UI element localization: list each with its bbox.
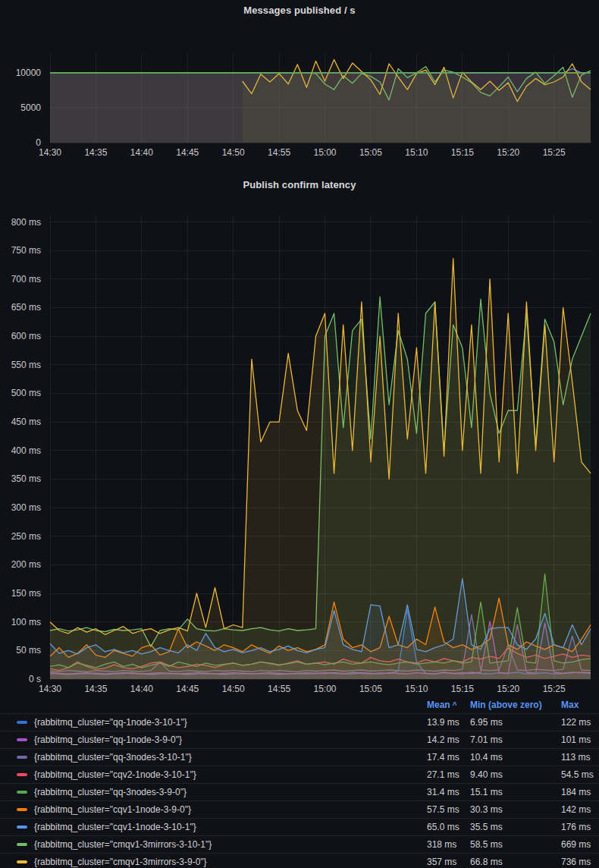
series-label[interactable]: {rabbitmq_cluster="cqv2-1node-3-10-1"} <box>34 769 196 780</box>
svg-text:14:55: 14:55 <box>268 684 290 694</box>
svg-text:14:45: 14:45 <box>176 684 199 694</box>
series-color-swatch[interactable] <box>17 738 27 741</box>
series-max-value: 122 ms <box>561 714 591 731</box>
series-color-swatch[interactable] <box>17 843 27 846</box>
series-min-value: 7.01 ms <box>470 731 503 749</box>
series-mean-value: 57.5 ms <box>427 801 459 819</box>
series-label[interactable]: {rabbitmq_cluster="cmqv1-3mirrors-3-10-1… <box>34 839 212 850</box>
panel-messages-published: Messages published / s 050001000014:3014… <box>0 0 599 175</box>
series-mean-value: 13.9 ms <box>427 714 459 731</box>
legend-row: {rabbitmq_cluster="qq-3nodes-3-10-1"}17.… <box>0 748 599 766</box>
series-max-value: 113 ms <box>561 749 590 766</box>
svg-text:14:35: 14:35 <box>84 147 107 158</box>
series-label[interactable]: {rabbitmq_cluster="qq-1node-3-10-1"} <box>34 717 187 728</box>
svg-text:50 ms: 50 ms <box>16 645 41 656</box>
series-color-swatch[interactable] <box>17 860 27 863</box>
series-group <box>50 60 591 143</box>
legend-table: Mean^ Min (above zero) Max {rabbitmq_clu… <box>0 697 599 868</box>
svg-text:15:25: 15:25 <box>543 684 566 694</box>
svg-text:15:05: 15:05 <box>359 147 382 158</box>
svg-text:750 ms: 750 ms <box>11 245 41 256</box>
legend-header-row: Mean^ Min (above zero) Max <box>0 697 599 713</box>
svg-text:15:00: 15:00 <box>314 684 337 694</box>
svg-text:300 ms: 300 ms <box>11 502 41 513</box>
series-color-swatch[interactable] <box>17 826 27 829</box>
svg-text:14:50: 14:50 <box>222 147 245 158</box>
series-min-value: 30.3 ms <box>470 801 503 819</box>
publish-confirm-latency-chart[interactable]: 0 s50 ms100 ms150 ms200 ms250 ms300 ms35… <box>0 175 599 697</box>
series-label[interactable]: {rabbitmq_cluster="cmqv1-3mirrors-3-9-0"… <box>34 857 207 867</box>
series-min-value: 35.5 ms <box>470 819 503 836</box>
series-mean-value: 31.4 ms <box>427 784 459 801</box>
svg-text:15:15: 15:15 <box>451 684 474 694</box>
series-min-value: 9.40 ms <box>470 766 503 784</box>
svg-text:15:20: 15:20 <box>497 684 519 694</box>
svg-text:400 ms: 400 ms <box>11 445 41 456</box>
legend-row: {rabbitmq_cluster="cmqv1-3mirrors-3-9-0"… <box>0 853 599 868</box>
svg-text:150 ms: 150 ms <box>11 588 41 599</box>
svg-text:200 ms: 200 ms <box>11 559 41 570</box>
legend-row: {rabbitmq_cluster="cqv1-1node-3-9-0"}57.… <box>0 800 599 818</box>
series-label[interactable]: {rabbitmq_cluster="cqv1-1node-3-10-1"} <box>34 822 196 832</box>
series-color-swatch[interactable] <box>17 773 27 776</box>
series-mean-value: 27.1 ms <box>427 766 459 784</box>
svg-text:650 ms: 650 ms <box>11 302 41 313</box>
series-label[interactable]: {rabbitmq_cluster="qq-3nodes-3-9-0"} <box>34 787 187 797</box>
svg-text:14:50: 14:50 <box>222 684 245 694</box>
svg-text:250 ms: 250 ms <box>11 531 41 542</box>
series-max-value: 669 ms <box>561 836 591 854</box>
legend-header-max[interactable]: Max <box>561 697 579 713</box>
series-color-swatch[interactable] <box>17 791 27 794</box>
series-color-swatch[interactable] <box>17 721 27 724</box>
series-mean-value: 318 ms <box>427 836 456 854</box>
svg-text:15:00: 15:00 <box>314 147 337 158</box>
series-max-value: 176 ms <box>561 819 591 836</box>
series-color-swatch[interactable] <box>17 756 27 759</box>
svg-text:100 ms: 100 ms <box>11 617 41 627</box>
svg-text:350 ms: 350 ms <box>11 473 41 484</box>
series-mean-value: 357 ms <box>427 854 456 868</box>
legend-row: {rabbitmq_cluster="cmqv1-3mirrors-3-10-1… <box>0 835 599 853</box>
series-min-value: 6.95 ms <box>470 714 503 731</box>
legend-row: {rabbitmq_cluster="cqv2-1node-3-10-1"}27… <box>0 766 599 783</box>
legend-header-mean[interactable]: Mean^ <box>427 697 457 714</box>
series-group <box>50 259 591 679</box>
svg-text:14:35: 14:35 <box>84 684 107 694</box>
series-label[interactable]: {rabbitmq_cluster="qq-1node-3-9-0"} <box>34 734 182 745</box>
chart-canvas[interactable]: 050001000014:3014:3514:4014:4514:5014:55… <box>0 0 599 175</box>
series-max-value: 142 ms <box>561 801 591 819</box>
series-min-value: 66.8 ms <box>470 854 503 868</box>
legend-row: {rabbitmq_cluster="qq-1node-3-9-0"}14.2 … <box>0 731 599 748</box>
svg-text:14:30: 14:30 <box>39 684 61 694</box>
svg-text:800 ms: 800 ms <box>11 217 41 228</box>
series-label[interactable]: {rabbitmq_cluster="qq-3nodes-3-10-1"} <box>34 752 192 763</box>
svg-text:15:20: 15:20 <box>497 147 519 158</box>
svg-text:700 ms: 700 ms <box>11 274 41 285</box>
legend-row: {rabbitmq_cluster="cqv1-1node-3-10-1"}65… <box>0 818 599 835</box>
series-mean-value: 65.0 ms <box>427 819 459 836</box>
svg-text:15:15: 15:15 <box>451 147 474 158</box>
messages-published-chart[interactable]: 050001000014:3014:3514:4014:4514:5014:55… <box>0 0 599 175</box>
panel-publish-confirm-latency: Publish confirm latency 0 s50 ms100 ms15… <box>0 175 599 697</box>
series-color-swatch[interactable] <box>17 808 27 811</box>
svg-text:14:55: 14:55 <box>268 147 290 158</box>
legend-row: {rabbitmq_cluster="qq-3nodes-3-9-0"}31.4… <box>0 783 599 800</box>
series-max-value: 736 ms <box>561 854 591 868</box>
series-min-value: 10.4 ms <box>470 749 503 766</box>
svg-text:0 s: 0 s <box>29 674 41 684</box>
series-max-value: 54.5 ms <box>561 766 594 784</box>
svg-text:0: 0 <box>36 137 41 148</box>
series-max-value: 101 ms <box>561 731 591 749</box>
svg-text:15:10: 15:10 <box>405 684 428 694</box>
svg-text:15:10: 15:10 <box>405 147 428 158</box>
chart-canvas[interactable]: 0 s50 ms100 ms150 ms200 ms250 ms300 ms35… <box>0 175 599 697</box>
svg-text:14:45: 14:45 <box>176 147 199 158</box>
svg-text:15:05: 15:05 <box>359 684 382 694</box>
series-label[interactable]: {rabbitmq_cluster="cqv1-1node-3-9-0"} <box>34 804 191 815</box>
series-mean-value: 14.2 ms <box>427 731 459 749</box>
legend-row: {rabbitmq_cluster="qq-1node-3-10-1"}13.9… <box>0 713 599 731</box>
svg-text:14:30: 14:30 <box>39 147 61 158</box>
series-min-value: 15.1 ms <box>470 784 503 801</box>
svg-text:10000: 10000 <box>16 68 42 78</box>
legend-header-min[interactable]: Min (above zero) <box>470 697 542 713</box>
